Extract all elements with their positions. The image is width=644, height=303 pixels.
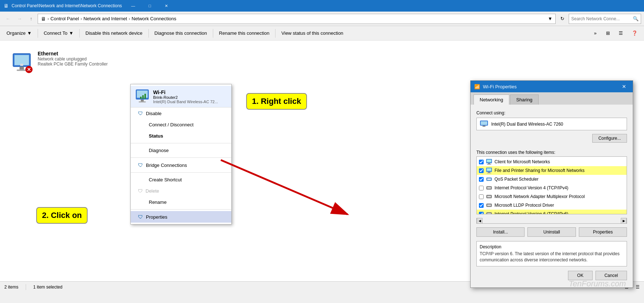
svg-rect-25 bbox=[488, 172, 490, 173]
ethernet-item[interactable]: ✕ Ethernet Network cable unplugged Realt… bbox=[7, 48, 637, 77]
qos-icon bbox=[486, 176, 492, 182]
list-item-2[interactable]: File and Printer Sharing for Microsoft N… bbox=[477, 166, 627, 175]
window-controls: — □ ✕ bbox=[125, 0, 175, 12]
description-text: TCP/IP version 6. The latest version of … bbox=[480, 251, 624, 263]
refresh-button[interactable]: ↻ bbox=[557, 14, 567, 24]
search-box[interactable]: 🔍 bbox=[569, 14, 641, 24]
connect-to-dropdown-icon: ▼ bbox=[69, 30, 73, 36]
search-icon: 🔍 bbox=[633, 16, 639, 21]
cm-properties[interactable]: 🛡 Properties bbox=[131, 211, 231, 223]
path-control-panel[interactable]: Control Panel bbox=[50, 16, 79, 21]
main-area: ✕ Ethernet Network cable unplugged Realt… bbox=[0, 41, 644, 292]
toolbar-divider-1 bbox=[38, 29, 38, 38]
list-item-1[interactable]: Client for Microsoft Networks bbox=[477, 157, 627, 166]
close-button[interactable]: ✕ bbox=[158, 0, 175, 12]
ethernet-icon: ✕ bbox=[10, 51, 33, 74]
uninstall-button[interactable]: Uninstall bbox=[527, 227, 576, 237]
svg-rect-9 bbox=[141, 100, 144, 101]
svg-rect-3 bbox=[17, 70, 27, 71]
view-details-button[interactable]: ☰ bbox=[636, 285, 640, 290]
properties-button[interactable]: Properties bbox=[579, 227, 627, 237]
cm-delete: 🛡 Delete bbox=[131, 185, 231, 197]
dialog-content: Connect using: Intel(R) Dual Band Wirele… bbox=[471, 105, 633, 287]
cm-shortcut[interactable]: Create Shortcut bbox=[131, 174, 231, 185]
path-network-connections[interactable]: Network Connections bbox=[132, 16, 177, 21]
wifi-properties-dialog: 📶 Wi-Fi Properties ✕ Networking Sharing … bbox=[470, 80, 633, 288]
list-item-5-check[interactable] bbox=[479, 194, 484, 199]
dialog-close-button[interactable]: ✕ bbox=[619, 81, 629, 92]
cm-bridge[interactable]: 🛡 Bridge Connections bbox=[131, 159, 231, 171]
svg-rect-18 bbox=[483, 126, 485, 127]
ok-button[interactable]: OK bbox=[568, 271, 592, 280]
cm-bridge-shield-icon: 🛡 bbox=[138, 162, 143, 168]
description-title: Description bbox=[480, 244, 624, 249]
list-item-6-check[interactable] bbox=[479, 203, 484, 208]
list-item-6[interactable]: Microsoft LLDP Protocol Driver bbox=[477, 201, 627, 210]
connect-to-button[interactable]: Connect To ▼ bbox=[40, 27, 77, 40]
list-item-5[interactable]: Microsoft Network Adapter Multiplexor Pr… bbox=[477, 192, 627, 201]
address-path[interactable]: 🖥 › Control Panel › Network and Internet… bbox=[38, 14, 556, 24]
list-item-1-check[interactable] bbox=[479, 160, 484, 164]
list-item-7-check[interactable] bbox=[479, 212, 484, 215]
adapter-name: Intel(R) Dual Band Wireless-AC 7260 bbox=[491, 122, 563, 127]
ethernet-status: Network cable unplugged bbox=[38, 56, 108, 62]
tab-sharing[interactable]: Sharing bbox=[510, 94, 539, 105]
items-list: Client for Microsoft Networks File and P… bbox=[476, 156, 627, 214]
arrow-annotation bbox=[210, 149, 362, 229]
dialog-action-buttons: Install... Uninstall Properties bbox=[476, 227, 627, 237]
hscroll-left-button[interactable]: ◀ bbox=[477, 218, 483, 224]
help-button[interactable]: ❓ bbox=[628, 27, 641, 40]
svg-rect-30 bbox=[487, 187, 491, 189]
cm-disable[interactable]: 🛡 Disable bbox=[131, 108, 231, 119]
cm-sep-2 bbox=[131, 157, 231, 158]
svg-rect-11 bbox=[140, 97, 142, 99]
cm-status[interactable]: Status bbox=[131, 130, 231, 142]
lldp-icon bbox=[486, 202, 492, 209]
tab-networking[interactable]: Networking bbox=[473, 94, 509, 105]
toolbar-divider-4 bbox=[213, 29, 213, 38]
cm-connect[interactable]: Connect / Disconnect bbox=[131, 119, 231, 130]
organize-menu[interactable]: Organize ▼ bbox=[3, 27, 35, 40]
install-button[interactable]: Install... bbox=[476, 227, 525, 237]
more-options-button[interactable]: » bbox=[590, 27, 600, 40]
path-network-internet[interactable]: Network and Internet bbox=[83, 16, 127, 21]
cm-sep-1 bbox=[131, 143, 231, 143]
svg-rect-26 bbox=[487, 173, 491, 173]
cancel-button[interactable]: Cancel bbox=[595, 271, 627, 280]
list-item-3-check[interactable] bbox=[479, 177, 484, 182]
items-list-inner: Client for Microsoft Networks File and P… bbox=[477, 157, 627, 214]
ethernet-adapter: Realtek PCIe GBE Family Controller bbox=[38, 62, 108, 67]
cm-properties-shield-icon: 🛡 bbox=[138, 214, 143, 220]
cm-rename[interactable]: Rename bbox=[131, 197, 231, 208]
up-button[interactable]: ↑ bbox=[26, 14, 36, 24]
view-status-button[interactable]: View status of this connection bbox=[278, 27, 347, 40]
minimize-button[interactable]: — bbox=[125, 0, 142, 12]
app-icon: 🖥 bbox=[4, 3, 9, 9]
maximize-button[interactable]: □ bbox=[142, 0, 158, 12]
forward-button[interactable]: → bbox=[14, 14, 25, 24]
diagnose-button[interactable]: Diagnose this connection bbox=[151, 27, 211, 40]
rename-button[interactable]: Rename this connection bbox=[215, 27, 273, 40]
cm-sep-4 bbox=[131, 209, 231, 210]
list-item-7[interactable]: Internet Protocol Version 6 (TCP/IPv6) bbox=[477, 210, 627, 214]
callout-step2: 2. Click on bbox=[36, 207, 88, 224]
list-item-4[interactable]: Internet Protocol Version 4 (TCP/IPv4) bbox=[477, 184, 627, 192]
items-list-hscrollbar[interactable]: ◀ ▶ bbox=[476, 218, 627, 224]
list-item-2-check[interactable] bbox=[479, 168, 484, 173]
back-button[interactable]: ← bbox=[3, 14, 13, 24]
view-large-icon[interactable]: ⊞ bbox=[602, 27, 614, 40]
search-input[interactable] bbox=[571, 16, 631, 21]
dialog-bottom-buttons: OK Cancel bbox=[476, 271, 627, 282]
wifi-icon bbox=[135, 89, 150, 104]
toolbar-divider-5 bbox=[275, 29, 275, 38]
view-details-icon[interactable]: ☰ bbox=[615, 27, 627, 40]
items-count: 2 items bbox=[4, 285, 18, 290]
list-item-3[interactable]: QoS Packet Scheduler bbox=[477, 175, 627, 184]
selected-count: 1 item selected bbox=[33, 285, 63, 290]
disable-device-button[interactable]: Disable this network device bbox=[82, 27, 146, 40]
list-item-4-check[interactable] bbox=[479, 186, 484, 190]
cm-sep-3 bbox=[131, 172, 231, 173]
cm-diagnose[interactable]: Diagnose bbox=[131, 145, 231, 156]
configure-button[interactable]: Configure... bbox=[592, 134, 627, 143]
hscroll-right-button[interactable]: ▶ bbox=[621, 218, 627, 224]
